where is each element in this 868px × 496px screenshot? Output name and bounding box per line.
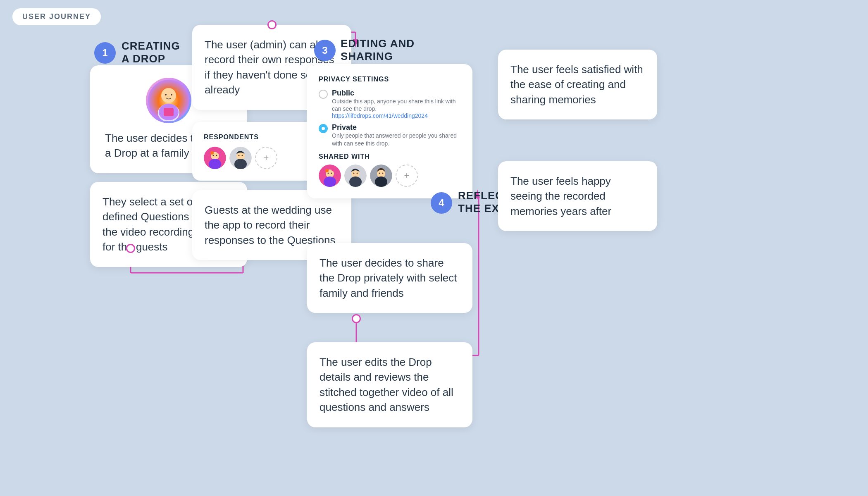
card-share-privately-text: The user decides to share the Drop priva…: [320, 255, 460, 300]
step3-label: EDITING AND SHARING: [341, 37, 415, 63]
svg-point-18: [171, 94, 172, 95]
card-guests-text: Guests at the wedding use the app to rec…: [205, 203, 339, 248]
shared-with-avatars: +: [319, 165, 461, 187]
private-sub: Only people that answered or people you …: [332, 132, 461, 147]
svg-point-41: [353, 172, 355, 174]
public-radio[interactable]: [319, 90, 328, 99]
respondent-2: [229, 147, 252, 169]
private-option[interactable]: Private Only people that answered or peo…: [319, 123, 461, 147]
svg-point-30: [242, 155, 243, 156]
shared-person-1: [319, 165, 341, 187]
public-sub: Outside this app, anyone you share this …: [332, 98, 461, 112]
svg-point-23: [216, 155, 217, 156]
svg-point-34: [328, 172, 329, 174]
respondent-1: [204, 147, 226, 169]
public-option[interactable]: Public Outside this app, anyone you shar…: [319, 89, 461, 119]
svg-point-36: [325, 169, 329, 172]
step4-badge: 4: [431, 192, 452, 214]
svg-point-42: [357, 172, 358, 174]
public-link[interactable]: https://lifedrops.com/41/wedding2024: [332, 112, 461, 119]
card-edits-drop: The user edits the Drop details and revi…: [307, 342, 472, 427]
svg-point-28: [234, 159, 247, 169]
connector-dot-1: [126, 244, 135, 253]
svg-point-40: [349, 176, 362, 187]
shared-person-2: [344, 165, 367, 187]
card-privacy-settings: PRIVACY SETTINGS Public Outside this app…: [307, 64, 472, 198]
card-share-privately: The user decides to share the Drop priva…: [307, 243, 472, 313]
connector-dot-2a: [267, 20, 277, 29]
svg-point-37: [331, 169, 334, 171]
connector-dot-3: [352, 314, 361, 323]
shared-person-3: [370, 165, 392, 187]
private-radio[interactable]: [319, 124, 328, 133]
svg-point-24: [210, 151, 214, 155]
svg-point-13: [161, 88, 176, 103]
card-satisfied: The user feels satisfied with the ease o…: [498, 50, 657, 119]
page-title: USER JOURNEY: [12, 8, 101, 25]
svg-point-35: [331, 172, 332, 174]
svg-point-33: [324, 176, 336, 187]
shared-with-title: SHARED WITH: [319, 153, 461, 160]
svg-point-29: [238, 155, 240, 156]
card-happy-memories-text: The user feels happy seeing the recorded…: [510, 174, 645, 219]
svg-point-45: [375, 176, 387, 187]
svg-point-22: [213, 155, 214, 156]
avatar: [146, 78, 191, 123]
step1-label: CREATING A DROP: [122, 40, 180, 65]
add-respondent-button[interactable]: +: [255, 147, 277, 169]
svg-point-21: [209, 159, 221, 169]
svg-rect-16: [164, 108, 174, 116]
card-edits-drop-text: The user edits the Drop details and revi…: [320, 355, 460, 415]
add-shared-button[interactable]: +: [396, 165, 418, 187]
step1-badge: 1: [94, 42, 116, 64]
card-happy-memories: The user feels happy seeing the recorded…: [498, 161, 657, 231]
step3-badge: 3: [314, 40, 336, 61]
private-label: Private: [332, 123, 461, 132]
privacy-title: PRIVACY SETTINGS: [319, 76, 461, 83]
public-label: Public: [332, 89, 461, 98]
svg-point-46: [379, 172, 380, 174]
svg-point-25: [217, 151, 219, 153]
card-satisfied-text: The user feels satisfied with the ease o…: [510, 62, 645, 107]
svg-point-47: [382, 172, 384, 174]
svg-point-17: [165, 94, 167, 95]
